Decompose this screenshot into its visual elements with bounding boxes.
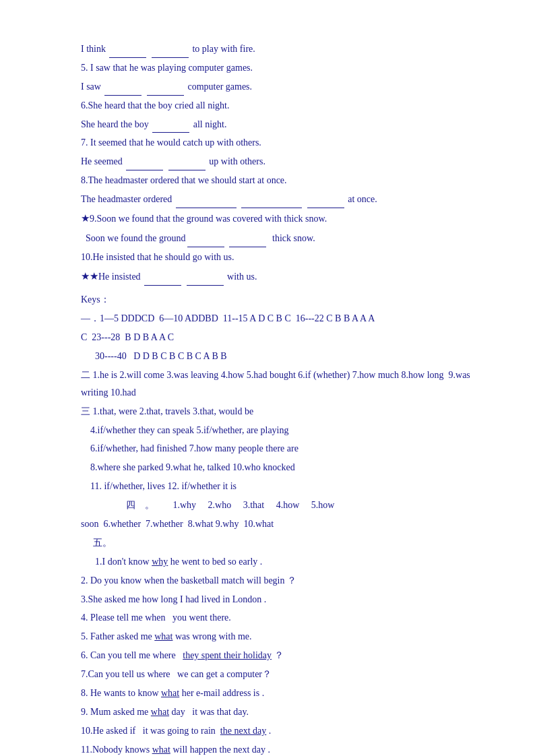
line-3: I saw computer games. [81, 78, 481, 96]
main-content: I think to play with fire. 5. I saw that… [81, 40, 481, 756]
keys-section5-10: 10.He asked if it was going to rain the … [81, 722, 481, 740]
line-4: 6.She heard that the boy cried all night… [81, 97, 481, 115]
blank-13 [144, 276, 181, 286]
keys-label: Keys： [81, 291, 481, 309]
blank-8 [176, 198, 237, 208]
keys-line2: 30----40 D D B C B C B C A B B [81, 348, 481, 365]
keys-section5-3: 3.She asked me how long I had lived in L… [81, 591, 481, 608]
keys-line1b: C 23---28 B D B A A C [81, 329, 481, 346]
keys-section3-1: 4.if/whether they can speak 5.if/whether… [81, 422, 481, 439]
blank-12 [229, 237, 266, 247]
line-2: 5. I saw that he was playing computer ga… [81, 59, 481, 77]
keys-section5-9: 9. Mum asked me what day it was that day… [81, 703, 481, 721]
keys-section4: 四 。 1.why 2.who 3.that 4.how 5.how [81, 497, 481, 514]
keys-section3-2: 6.if/whether, had finished 7.how many pe… [81, 440, 481, 458]
line-13: ★★He insisted with us. [81, 267, 481, 286]
line-11: Soon we found the ground thick snow. [81, 230, 481, 247]
keys-section5-2: 2. Do you know when the basketball match… [81, 572, 481, 590]
blank-7 [168, 160, 206, 170]
keys-section3-4: 11. if/whether, lives 12. if/whether it … [81, 478, 481, 495]
line-7: He seemed up with others. [81, 153, 481, 170]
blank-5 [152, 123, 189, 133]
keys-section5-6: 6. Can you tell me where they spent thei… [81, 647, 481, 664]
blank-3 [104, 85, 141, 95]
keys-section5-1: 1.I don't know why he went to bed so ear… [81, 553, 481, 571]
blank-2 [152, 48, 189, 58]
keys-section5-4: 4. Please tell me when you went there. [81, 609, 481, 627]
blank-6 [126, 160, 163, 170]
keys-section4b: soon 6.whether 7.whether 8.what 9.why 10… [81, 515, 481, 533]
line-12: 10.He insisted that he should go with us… [81, 249, 481, 266]
line-8: 8.The headmaster ordered that we should … [81, 172, 481, 189]
blank-1 [109, 48, 146, 58]
keys-section5-7: 7.Can you tell us where we can get a com… [81, 666, 481, 683]
keys-section5-8: 8. He wants to know what her e-mail addr… [81, 685, 481, 702]
blank-4 [147, 85, 184, 95]
blank-11 [187, 237, 224, 247]
line-9: The headmaster ordered at once. [81, 191, 481, 208]
keys-section3-3: 8.where she parked 9.what he, talked 10.… [81, 459, 481, 476]
line-5: She heard the boy all night. [81, 116, 481, 133]
keys-section5-label: 五。 [81, 534, 481, 552]
keys-line1: —．1—5 DDDCD 6—10 ADDBD 11--15 A D C B C … [81, 310, 481, 327]
blank-9 [241, 198, 302, 208]
line-1: I think to play with fire. [81, 40, 481, 58]
keys-section5-11: 11.Nobody knows what will happen the nex… [81, 741, 481, 756]
line-6: 7. It seemed that he would catch up with… [81, 134, 481, 152]
blank-14 [187, 276, 224, 286]
line-10: ★9.Soon we found that the ground was cov… [81, 210, 481, 228]
blank-10 [307, 198, 344, 208]
keys-section3-label: 三 1.that, were 2.that, travels 3.that, w… [81, 403, 481, 420]
keys-section5-5: 5. Father asked me what was wrong with m… [81, 628, 481, 645]
keys-section2: 二 1.he is 2.will come 3.was leaving 4.ho… [81, 367, 481, 402]
